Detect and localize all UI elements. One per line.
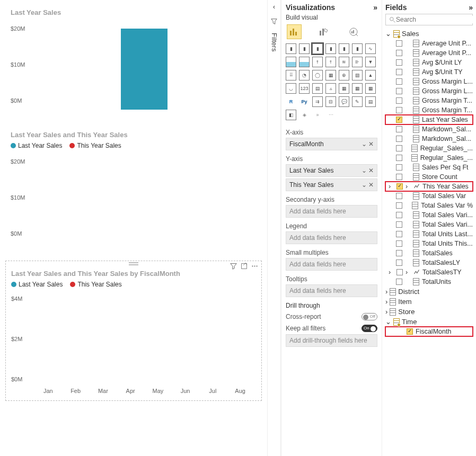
filters-label[interactable]: Filters xyxy=(270,33,278,51)
checkbox[interactable] xyxy=(396,50,402,56)
viz-multi-card-icon[interactable]: ▤ xyxy=(312,83,323,94)
chevron-right-icon[interactable]: › xyxy=(389,183,394,190)
viz-python-icon[interactable]: Py xyxy=(299,96,310,107)
bar-last-year-sales[interactable] xyxy=(121,29,168,110)
field-row[interactable]: Total Sales Var xyxy=(385,191,473,201)
viz-donut-icon[interactable]: ◯ xyxy=(312,70,323,81)
drill-well[interactable]: Add drill-through fields here xyxy=(286,334,377,347)
field-row[interactable]: Total Sales Vari... xyxy=(385,210,473,220)
chart-tile-3-selected[interactable]: Last Year Sales and This Year Sales by F… xyxy=(5,261,262,401)
field-row[interactable]: Gross Margin T... xyxy=(385,105,473,115)
field-row[interactable]: Store Count xyxy=(385,172,473,182)
field-row[interactable]: Total Sales Var % xyxy=(385,201,473,210)
viz-powerapps-icon[interactable]: ◈ xyxy=(299,110,310,120)
viz-narrative-icon[interactable]: ✎ xyxy=(352,96,363,107)
table-item[interactable]: ›Item xyxy=(385,297,473,307)
checkbox[interactable] xyxy=(396,212,402,218)
tooltips-well[interactable]: Add data fields here xyxy=(286,284,377,297)
viz-r-icon[interactable]: R xyxy=(286,96,296,107)
viz-stacked-area-icon[interactable] xyxy=(299,57,310,67)
remove-icon[interactable]: ✕ xyxy=(368,181,374,189)
field-row[interactable]: Markdown_Sal... xyxy=(385,124,473,134)
viz-area-icon[interactable] xyxy=(286,57,296,67)
field-row[interactable]: Regular_Sales_... xyxy=(385,153,473,163)
search-box[interactable] xyxy=(385,14,473,25)
field-row[interactable]: TotalSalesLY xyxy=(385,258,473,267)
checkbox[interactable] xyxy=(396,88,402,94)
viz-treemap-icon[interactable]: ▦ xyxy=(325,70,336,81)
viz-100stacked-col-icon[interactable]: ▮ xyxy=(352,43,363,54)
field-row[interactable]: Total Units Last... xyxy=(385,229,473,239)
xaxis-well[interactable]: FiscalMonth⌄✕ xyxy=(286,138,377,150)
viz-azure-map-icon[interactable]: ▲ xyxy=(365,70,376,81)
viz-map-icon[interactable]: ⊕ xyxy=(339,70,349,81)
legend-well[interactable]: Add data fields here xyxy=(286,231,377,244)
build-tab-icon[interactable] xyxy=(287,24,302,39)
viz-scorecard-icon[interactable]: ◧ xyxy=(286,110,296,120)
collapse-icon[interactable]: » xyxy=(373,3,377,12)
viz-100stacked-bar-icon[interactable]: ▮ xyxy=(339,43,349,54)
checkbox[interactable] xyxy=(396,69,402,75)
keep-filters-toggle[interactable]: On xyxy=(362,325,377,332)
checkbox[interactable] xyxy=(396,279,402,285)
search-input[interactable] xyxy=(396,16,475,23)
field-row[interactable]: Regular_Sales_... xyxy=(385,144,473,153)
viz-more-icon[interactable]: ⋯ xyxy=(325,110,336,120)
viz-table-icon[interactable]: ▦ xyxy=(352,83,363,94)
viz-ribbon-icon[interactable]: ≋ xyxy=(339,57,349,67)
small-mult-well[interactable]: Add data fields here xyxy=(286,258,377,271)
chevron-down-icon[interactable]: ⌄ xyxy=(362,167,367,174)
field-row[interactable]: Average Unit P... xyxy=(385,48,473,58)
viz-decomp-icon[interactable]: ⊟ xyxy=(325,96,336,107)
field-row[interactable]: Gross Margin L... xyxy=(385,86,473,96)
yaxis-well-2[interactable]: This Year Sales⌄✕ xyxy=(286,178,377,191)
field-row[interactable]: TotalSales xyxy=(385,248,473,258)
remove-icon[interactable]: ✕ xyxy=(368,140,374,148)
chevron-right-icon[interactable]: › xyxy=(389,269,394,276)
viz-waterfall-icon[interactable]: ⊪ xyxy=(352,57,363,67)
field-row[interactable]: Gross Margin T... xyxy=(385,96,473,105)
drag-handle-icon[interactable] xyxy=(129,262,138,265)
viz-clustered-bar-icon[interactable]: ▮ xyxy=(325,43,336,54)
checkbox[interactable] xyxy=(396,231,402,237)
checkbox[interactable] xyxy=(396,193,402,199)
viz-gauge-icon[interactable]: ◡ xyxy=(286,83,296,94)
table-time[interactable]: ⌄Time xyxy=(385,317,473,327)
viz-line-column-icon[interactable]: ⫯ xyxy=(312,57,323,67)
chevron-down-icon[interactable]: ⌄ xyxy=(362,181,367,189)
viz-clustered-column-icon[interactable]: ▮ xyxy=(312,43,323,54)
field-row[interactable]: Avg $/Unit LY xyxy=(385,58,473,67)
checkbox[interactable] xyxy=(396,59,402,66)
checkbox[interactable] xyxy=(396,260,402,266)
checkbox[interactable] xyxy=(396,221,402,228)
checkbox[interactable] xyxy=(396,117,402,123)
collapse-icon[interactable]: » xyxy=(469,3,473,12)
viz-autom-icon[interactable]: » xyxy=(312,110,323,120)
filter-icon[interactable] xyxy=(230,262,237,270)
checkbox[interactable] xyxy=(396,136,402,142)
field-fiscalmonth[interactable]: FiscalMonth xyxy=(385,327,473,336)
checkbox[interactable] xyxy=(407,328,413,335)
field-row[interactable]: Markdown_Sal... xyxy=(385,134,473,144)
focus-icon[interactable] xyxy=(240,262,248,270)
checkbox[interactable] xyxy=(396,240,402,247)
checkbox[interactable] xyxy=(396,97,402,104)
viz-scatter-icon[interactable]: ⠿ xyxy=(286,70,296,81)
remove-icon[interactable]: ✕ xyxy=(368,167,374,174)
checkbox[interactable] xyxy=(396,269,403,275)
viz-line-icon[interactable]: ∿ xyxy=(365,43,376,54)
sec-y-well[interactable]: Add data fields here xyxy=(286,205,377,218)
viz-kpi-icon[interactable]: ▵ xyxy=(325,83,336,94)
more-icon[interactable] xyxy=(251,262,258,270)
checkbox[interactable] xyxy=(396,164,402,171)
checkbox[interactable] xyxy=(396,174,402,180)
chevron-left-icon[interactable]: ‹ xyxy=(273,3,275,11)
checkbox[interactable] xyxy=(396,78,402,85)
viz-card-icon[interactable]: 123 xyxy=(299,83,310,94)
field-row[interactable]: Total Units This... xyxy=(385,239,473,248)
viz-funnel-icon[interactable]: ▼ xyxy=(365,57,376,67)
chart-tile-2[interactable]: Last Year Sales and This Year Sales Last… xyxy=(5,128,262,256)
chart-tile-1[interactable]: Last Year Sales $20M $10M $0M xyxy=(5,5,262,123)
cross-report-toggle[interactable]: Off xyxy=(362,313,377,320)
checkbox[interactable] xyxy=(396,183,403,190)
